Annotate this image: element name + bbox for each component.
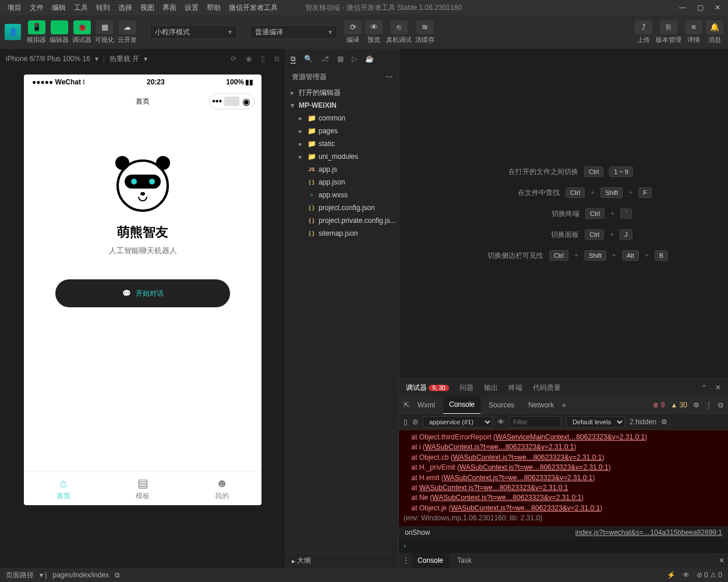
- menu-帮助[interactable]: 帮助: [203, 3, 225, 13]
- mode-dropdown[interactable]: 小程序模式▾: [150, 25, 237, 39]
- problems-count[interactable]: ⊘ 0 ⚠ 0: [697, 571, 722, 579]
- file-app.json[interactable]: { }app.json: [286, 176, 398, 189]
- hidden-count[interactable]: 2 hidden: [630, 418, 656, 426]
- sidebar-toggle-icon[interactable]: ▯: [404, 418, 408, 426]
- hot-reload-toggle[interactable]: 热重载 开: [109, 54, 139, 64]
- device-selector[interactable]: iPhone 6/7/8 Plus 100% 16: [6, 55, 90, 63]
- start-chat-button[interactable]: 💬 开始对话: [55, 279, 230, 307]
- tab-wxml[interactable]: Wxml: [412, 396, 441, 414]
- tab-我的[interactable]: ☻我的: [182, 472, 261, 505]
- error-count[interactable]: ⊗ 9: [653, 401, 665, 409]
- close-panel-icon[interactable]: ✕: [715, 384, 721, 392]
- tab-network[interactable]: Network: [522, 396, 560, 414]
- file-project.private.config.js...[interactable]: { }project.private.config.js...: [286, 214, 398, 227]
- minimize-icon[interactable]: —: [679, 4, 686, 11]
- levels-select[interactable]: Default levels: [566, 416, 625, 428]
- menu-选择[interactable]: 选择: [114, 3, 136, 13]
- tb-清缓存[interactable]: ≋清缓存: [415, 20, 434, 44]
- log-source[interactable]: index.js?t=wechat&s=…104a315bbeea92899:1: [575, 528, 722, 537]
- compile-dropdown[interactable]: 普通编译▾: [250, 25, 337, 39]
- tab-terminal[interactable]: 终端: [508, 383, 522, 393]
- tb-消息[interactable]: 🔔消息: [706, 20, 723, 44]
- menu-编辑[interactable]: 编辑: [48, 3, 70, 13]
- tab-problems[interactable]: 问题: [460, 383, 473, 393]
- menu-视图[interactable]: 视图: [136, 3, 158, 13]
- tb-调试器[interactable]: 🐞调试器: [72, 20, 91, 44]
- folder-uni_modules[interactable]: ▸📁uni_modules: [286, 150, 398, 163]
- target-icon[interactable]: ◉: [239, 96, 254, 107]
- context-select[interactable]: appservice (#1): [423, 416, 493, 428]
- tab-debugger[interactable]: 调试器 9, 30: [406, 383, 449, 393]
- tb-上传[interactable]: ⤴上传: [635, 20, 652, 44]
- folder-static[interactable]: ▸📁static: [286, 137, 398, 150]
- tb-版本管理[interactable]: ⎘版本管理: [656, 20, 681, 44]
- refresh-icon[interactable]: ⟳: [231, 55, 236, 63]
- tb-模拟器[interactable]: 📱模拟器: [27, 20, 46, 44]
- folder-pages[interactable]: ▸📁pages: [286, 125, 398, 137]
- device-icon[interactable]: ▯: [261, 55, 265, 63]
- tab-sources[interactable]: Sources: [483, 396, 520, 414]
- search-icon[interactable]: 🔍: [304, 55, 313, 63]
- file-project.config.json[interactable]: { }project.config.json: [286, 201, 398, 214]
- lightning-icon[interactable]: ⚡: [667, 571, 676, 579]
- tb-云开发[interactable]: ☁云开发: [118, 20, 137, 44]
- debug-icon[interactable]: ▷: [352, 55, 357, 63]
- filter-input[interactable]: [509, 416, 561, 428]
- chevron-up-icon[interactable]: ⌃: [701, 384, 707, 392]
- menu-工具[interactable]: 工具: [70, 3, 92, 13]
- open-editors-section[interactable]: ▸打开的编辑器: [286, 86, 398, 99]
- more-icon[interactable]: ⋯: [386, 73, 393, 81]
- avatar[interactable]: 👤: [5, 24, 21, 40]
- drawer-task[interactable]: Task: [451, 553, 478, 568]
- tb-可视化[interactable]: ▦可视化: [95, 20, 114, 44]
- menu-项目[interactable]: 项目: [3, 3, 26, 13]
- menu-文件[interactable]: 文件: [26, 3, 48, 13]
- kebab-icon[interactable]: ⋮: [705, 401, 712, 409]
- copy-icon[interactable]: ⧉: [274, 55, 280, 63]
- gear-icon[interactable]: ⚙: [693, 401, 699, 409]
- file-sitemap.json[interactable]: { }sitemap.json: [286, 227, 398, 240]
- tab-output[interactable]: 输出: [484, 383, 498, 393]
- more-tabs-icon[interactable]: »: [562, 401, 566, 409]
- drawer-close-icon[interactable]: ✕: [719, 556, 725, 565]
- menu-dots-icon[interactable]: •••: [210, 96, 224, 107]
- clear-icon[interactable]: ⊘: [412, 418, 418, 426]
- close-icon[interactable]: ✕: [714, 4, 721, 11]
- tb-编译[interactable]: ⟳编译: [344, 20, 362, 44]
- cup-icon[interactable]: ☕: [365, 55, 374, 63]
- menu-微信开发者工具[interactable]: 微信开发者工具: [225, 3, 282, 13]
- tab-quality[interactable]: 代码质量: [533, 383, 561, 393]
- menu-设置[interactable]: 设置: [181, 3, 203, 13]
- maximize-icon[interactable]: ▢: [697, 4, 704, 11]
- menu-转到[interactable]: 转到: [92, 3, 114, 13]
- tab-模板[interactable]: ▤模板: [103, 472, 182, 505]
- tb-真机调试[interactable]: ⎋真机调试: [386, 20, 412, 44]
- drawer-menu-icon[interactable]: ⋮: [402, 556, 409, 565]
- branch-icon[interactable]: ⎇: [321, 55, 329, 63]
- extensions-icon[interactable]: ▦: [337, 55, 344, 63]
- record-icon[interactable]: ◉: [246, 55, 252, 63]
- tb-详情[interactable]: ≡详情: [685, 20, 702, 44]
- tb-预览[interactable]: 👁预览: [365, 20, 383, 44]
- tb-编辑器[interactable]: 编辑器: [50, 20, 69, 44]
- warning-count[interactable]: ▲ 30: [670, 401, 687, 409]
- explorer-icon[interactable]: ⧉: [291, 55, 296, 63]
- copy-path-icon[interactable]: ⧉: [115, 571, 120, 579]
- menu-界面[interactable]: 界面: [158, 3, 181, 13]
- inspect-icon[interactable]: ⇱: [404, 401, 409, 409]
- console-prompt[interactable]: ›: [399, 539, 728, 553]
- settings-gear-icon[interactable]: ⚙: [661, 418, 667, 426]
- dock-icon[interactable]: ⧉: [718, 401, 723, 409]
- folder-common[interactable]: ▸📁common: [286, 112, 398, 125]
- capsule-button[interactable]: ••• ◉: [209, 93, 255, 109]
- tab-console[interactable]: Console: [443, 396, 480, 414]
- tab-首页[interactable]: ⌂首页: [24, 472, 103, 505]
- outline-section[interactable]: ▸ 大纲: [286, 553, 398, 568]
- eye-icon[interactable]: 👁: [497, 418, 504, 426]
- file-app.wxss[interactable]: ≡app.wxss: [286, 189, 398, 201]
- project-root[interactable]: ▾MP-WEIXIN: [286, 99, 398, 112]
- file-app.js[interactable]: JSapp.js: [286, 163, 398, 176]
- eye-status-icon[interactable]: 👁: [683, 571, 690, 579]
- drawer-console[interactable]: Console: [412, 553, 449, 568]
- route-label[interactable]: pages/index/index: [52, 571, 109, 579]
